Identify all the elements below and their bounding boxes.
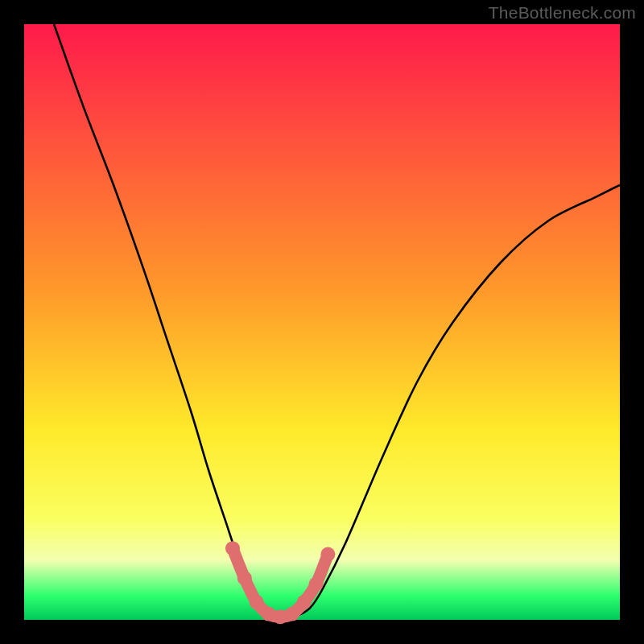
highlight-dot	[250, 595, 264, 609]
outer-frame: TheBottleneck.com	[0, 0, 644, 644]
watermark-text: TheBottleneck.com	[489, 3, 636, 23]
highlight-dot	[297, 595, 312, 609]
highlight-dot	[285, 607, 299, 621]
gradient-plot-area	[24, 24, 620, 620]
bottleneck-curve	[54, 24, 620, 617]
highlight-dot	[237, 571, 252, 585]
highlight-dot	[309, 577, 324, 592]
optimal-region-dots	[225, 541, 335, 624]
highlight-dot	[320, 547, 335, 562]
curve-svg	[24, 24, 620, 620]
highlight-dot	[225, 541, 240, 555]
